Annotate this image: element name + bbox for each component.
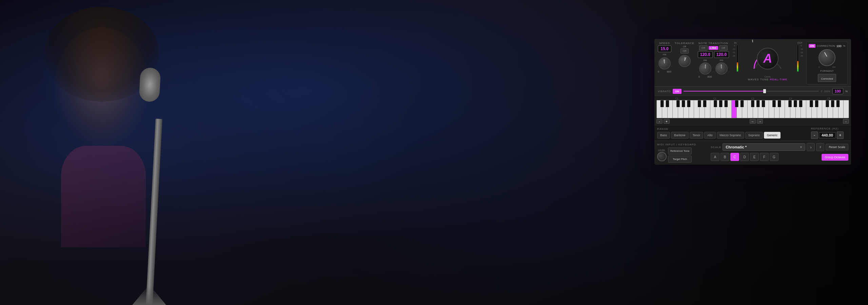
scale-dropdown[interactable]: Chromatic * ▼ [723, 143, 805, 151]
cents-toggle[interactable]: Off [680, 48, 689, 54]
reference-value[interactable]: 440.00 [819, 132, 836, 138]
white-key[interactable] [662, 100, 668, 118]
white-key[interactable] [699, 100, 705, 118]
white-key[interactable] [796, 100, 801, 118]
white-key[interactable] [790, 100, 796, 118]
vibrato-unit: % [845, 90, 848, 93]
range-mezzo[interactable]: Mezzo Soprano [717, 132, 744, 139]
note-buttons-row: A B C D E F G Group Octaves [711, 153, 848, 161]
in-meter-label: IN [734, 42, 736, 44]
white-key[interactable] [844, 100, 849, 118]
correction-knob[interactable] [818, 49, 835, 66]
range-bass[interactable]: Bass [657, 132, 670, 139]
realtime-label: REAL-TIME [770, 78, 788, 81]
midi-controls: LEVEL Reference Tone Target Pitch [657, 147, 708, 163]
white-key[interactable] [785, 100, 790, 118]
link-button[interactable]: LINK [709, 46, 718, 50]
transition-knob-right[interactable] [715, 62, 728, 75]
transition-knob-left[interactable] [699, 62, 711, 75]
white-key[interactable] [806, 100, 812, 118]
nav-left-arrow[interactable]: ← [750, 119, 756, 124]
vibrato-slider-container[interactable] [684, 89, 819, 94]
sharp-btn[interactable]: ♯ [816, 143, 824, 151]
reset-scale-btn[interactable]: Reset Scale [826, 144, 848, 150]
in-meter: IN -5-10-20-28 [732, 42, 738, 72]
white-key[interactable] [817, 100, 823, 118]
vibrato-value[interactable]: 100 [832, 88, 843, 94]
nav-minus[interactable]: - [843, 119, 849, 124]
vibrato-toggle[interactable]: ON [673, 89, 682, 94]
reference-tone-btn[interactable]: Reference Tone [668, 147, 692, 155]
scale-header-row: SCALE Chromatic * ▼ ♭ ♯ Reset Scale [711, 143, 848, 151]
range-baritone[interactable]: Baritone [671, 132, 689, 139]
note-f-btn[interactable]: F [760, 153, 769, 161]
range-tenor[interactable]: Tenor [690, 132, 704, 139]
cents-label: Cents [765, 76, 771, 78]
white-key[interactable] [710, 100, 716, 118]
white-key[interactable] [828, 100, 833, 118]
white-key[interactable] [753, 100, 758, 118]
note-c-btn[interactable]: C [730, 153, 739, 161]
white-key[interactable] [715, 100, 721, 118]
nav-right-arrow[interactable]: → [757, 119, 763, 124]
white-key[interactable] [769, 100, 774, 118]
range-alto[interactable]: Alto [704, 132, 716, 139]
formant-corrected: Corrected [821, 77, 833, 80]
white-key[interactable] [774, 100, 780, 118]
white-key[interactable] [705, 100, 710, 118]
in-meter-track [736, 45, 738, 72]
white-key[interactable] [748, 100, 753, 118]
white-key[interactable] [726, 100, 732, 118]
white-key[interactable] [684, 100, 689, 118]
white-key[interactable] [657, 100, 662, 118]
speed-knob[interactable] [658, 57, 671, 69]
correction-max: 100 [832, 66, 835, 68]
white-key[interactable] [780, 100, 785, 118]
white-key[interactable] [839, 100, 844, 118]
octave-c5: C5 [827, 97, 830, 100]
reference-minus-btn[interactable]: - [811, 131, 818, 139]
transition-value2[interactable]: 120.0 [714, 51, 729, 58]
white-key[interactable] [668, 100, 673, 118]
note-a-btn[interactable]: A [711, 153, 719, 161]
range-generic[interactable]: Generic [764, 132, 781, 139]
tolerance-cents: Off [683, 45, 686, 48]
white-key[interactable] [833, 100, 839, 118]
note-b-btn[interactable]: B [721, 153, 729, 161]
white-key[interactable] [678, 100, 684, 118]
scroll-left-btn[interactable]: - [656, 119, 663, 124]
white-key[interactable] [822, 100, 828, 118]
cents-toggle-off[interactable]: Off [719, 45, 728, 50]
out-meter: OUT -5-10-20-25 [797, 42, 803, 72]
white-key[interactable] [673, 100, 678, 118]
white-key[interactable] [721, 100, 726, 118]
white-key[interactable] [742, 100, 748, 118]
group-octaves-btn[interactable]: Group Octaves [822, 154, 848, 161]
piano-keyboard[interactable]: // We'll create the keyboard via inline … [656, 100, 849, 118]
note-g-btn[interactable]: G [770, 153, 778, 161]
white-key[interactable] [737, 100, 742, 118]
level-knob[interactable] [657, 152, 667, 161]
white-key[interactable] [812, 100, 817, 118]
scroll-right-btn[interactable]: + [664, 119, 670, 124]
reference-plus-btn[interactable]: + [837, 131, 844, 139]
tolerance-knob[interactable] [678, 55, 691, 67]
white-key[interactable] [694, 100, 699, 118]
speed-value[interactable]: 15.0 [658, 45, 671, 52]
transition-value[interactable]: 120.0 [698, 51, 713, 58]
note-e-btn[interactable]: E [750, 153, 759, 161]
keyboard-section: C1 C2 C3 C4 C5 // We'll create the keybo… [654, 96, 851, 125]
white-key[interactable] [764, 100, 769, 118]
vibrato-thumb[interactable] [763, 89, 766, 93]
white-key[interactable] [801, 100, 806, 118]
target-pitch-btn[interactable]: Target Pitch [668, 156, 692, 163]
note-d-btn[interactable]: D [740, 153, 749, 161]
flat-btn[interactable]: ♭ [807, 143, 815, 151]
white-key[interactable] [732, 100, 737, 118]
white-key[interactable] [758, 100, 764, 118]
range-soprano[interactable]: Soprano [745, 132, 763, 139]
white-key[interactable] [689, 100, 694, 118]
correction-on-badge[interactable]: ON [809, 44, 815, 48]
correction-percent: 100 [836, 44, 842, 48]
time-toggle-off[interactable]: Off [699, 45, 708, 50]
